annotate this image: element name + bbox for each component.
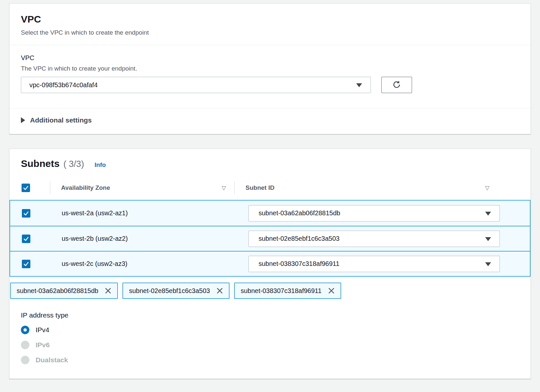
subnet-id-select[interactable]: subnet-038307c318af96911 <box>248 256 500 272</box>
selected-subnet-tokens: subnet-03a62ab06f28815db subnet-02e85ebf… <box>10 283 531 299</box>
info-link[interactable]: Info <box>94 161 106 169</box>
remove-token-button[interactable] <box>216 287 224 295</box>
subnets-table-body: us-west-2a (usw2-az1) subnet-03a62ab06f2… <box>9 200 531 277</box>
column-header-availability-zone: Availability Zone <box>61 184 110 191</box>
radio-dualstack-label: Dualstack <box>36 356 68 364</box>
vpc-field-description: The VPC in which to create your endpoint… <box>21 65 519 72</box>
table-row: us-west-2b (usw2-az2) subnet-02e85ebf1c6… <box>10 226 530 251</box>
select-all-checkbox[interactable] <box>22 184 30 192</box>
subnet-id-value: subnet-038307c318af96911 <box>259 260 340 268</box>
table-row: us-west-2a (usw2-az1) subnet-03a62ab06f2… <box>10 201 530 226</box>
chevron-down-icon <box>485 212 491 216</box>
chevron-down-icon <box>356 83 362 87</box>
subnets-table-header: Availability Zone ▽ Subnet ID ▽ <box>9 176 531 200</box>
sort-icon[interactable]: ▽ <box>222 185 226 191</box>
check-icon <box>23 210 29 216</box>
close-icon <box>216 287 224 295</box>
radio-ipv4[interactable] <box>21 326 29 334</box>
subnet-id-value: subnet-02e85ebf1c6c3a503 <box>259 235 340 242</box>
availability-zone-cell: us-west-2a (usw2-az1) <box>51 209 235 217</box>
additional-settings-expander[interactable]: Additional settings <box>9 108 531 134</box>
subnet-id-value: subnet-03a62ab06f28815db <box>259 209 340 217</box>
vpc-select-value: vpc-098f53b674c0afaf4 <box>29 81 98 89</box>
remove-token-button[interactable] <box>327 287 335 295</box>
subnet-token-label: subnet-038307c318af96911 <box>241 287 322 295</box>
check-icon <box>23 261 29 267</box>
vpc-card-title: VPC <box>21 13 519 25</box>
row-checkbox[interactable] <box>22 209 30 218</box>
subnet-id-select[interactable]: subnet-03a62ab06f28815db <box>248 205 500 221</box>
ip-address-type-label: IP address type <box>21 311 519 319</box>
subnets-count: ( 3/3) <box>63 159 84 169</box>
availability-zone-cell: us-west-2c (usw2-az3) <box>51 260 235 268</box>
vpc-field-label: VPC <box>21 54 519 62</box>
vpc-form-section: VPC The VPC in which to create your endp… <box>9 45 531 108</box>
additional-settings-label: Additional settings <box>30 116 92 124</box>
row-checkbox[interactable] <box>22 235 30 243</box>
ip-address-type-section: IP address type IPv4 IPv6 Dualstack <box>9 299 531 379</box>
radio-ipv6-label: IPv6 <box>36 341 50 349</box>
radio-dualstack <box>21 356 29 364</box>
subnets-card-title: Subnets <box>21 158 59 169</box>
sort-icon[interactable]: ▽ <box>485 185 489 191</box>
table-row: us-west-2c (usw2-az3) subnet-038307c318a… <box>10 251 530 276</box>
subnet-token: subnet-038307c318af96911 <box>234 283 341 299</box>
vpc-card: VPC Select the VPC in which to create th… <box>9 3 531 134</box>
subnet-token: subnet-02e85ebf1c6c3a503 <box>122 283 230 299</box>
subnet-token-label: subnet-02e85ebf1c6c3a503 <box>129 287 210 295</box>
chevron-down-icon <box>485 262 491 266</box>
refresh-icon <box>392 80 401 90</box>
subnets-card: Subnets ( 3/3) Info Availability Zone ▽ … <box>9 149 531 379</box>
availability-zone-cell: us-west-2b (usw2-az2) <box>51 235 235 242</box>
close-icon <box>327 287 335 295</box>
vpc-card-subtitle: Select the VPC in which to create the en… <box>21 29 519 36</box>
vpc-card-header: VPC Select the VPC in which to create th… <box>9 4 531 45</box>
close-icon <box>104 287 112 295</box>
refresh-button[interactable] <box>381 77 412 93</box>
subnet-token: subnet-03a62ab06f28815db <box>10 283 118 299</box>
radio-ipv6 <box>21 341 29 349</box>
remove-token-button[interactable] <box>104 287 112 295</box>
check-icon <box>23 185 29 191</box>
row-checkbox[interactable] <box>22 260 30 268</box>
expander-triangle-icon <box>21 117 25 123</box>
chevron-down-icon <box>485 237 491 241</box>
radio-ipv4-label: IPv4 <box>36 326 49 334</box>
subnet-id-select[interactable]: subnet-02e85ebf1c6c3a503 <box>248 231 500 247</box>
vpc-select[interactable]: vpc-098f53b674c0afaf4 <box>21 77 371 93</box>
subnet-token-label: subnet-03a62ab06f28815db <box>17 287 98 295</box>
column-header-subnet-id: Subnet ID <box>246 184 275 191</box>
check-icon <box>23 236 29 242</box>
